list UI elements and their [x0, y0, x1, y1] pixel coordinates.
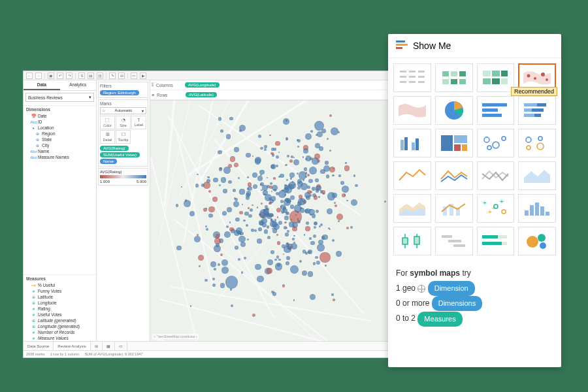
field-measure-values[interactable]: #Measure Values [24, 335, 96, 341]
field-name[interactable]: AbcName [24, 148, 96, 154]
marks-size[interactable]: ◔Size [116, 116, 131, 129]
marks-detail[interactable]: ⊞Detail [100, 130, 115, 144]
marks-type-selector[interactable]: ○Automatic▾ [100, 107, 146, 114]
back-icon[interactable]: ← [26, 73, 33, 79]
chip-measures: Measures [417, 312, 462, 327]
viz-line-continuous[interactable] [393, 161, 431, 190]
viz-highlight-table[interactable] [477, 63, 515, 92]
svg-rect-30 [482, 108, 498, 112]
field-useful[interactable]: #Useful Votes [24, 312, 96, 318]
viz-side-circle[interactable] [518, 129, 556, 157]
forward-icon[interactable]: → [35, 73, 42, 79]
field-measure-names[interactable]: AbcMeasure Names [24, 154, 96, 160]
fit-icon[interactable]: ▭ [131, 73, 137, 79]
viz-heat-map[interactable] [435, 63, 473, 92]
field-region[interactable]: ⊕Region [24, 131, 96, 137]
field-city[interactable]: ⊕City [24, 142, 96, 148]
field-lon-gen[interactable]: ⊕Longitude (generated) [24, 323, 96, 329]
columns-shelf[interactable]: ⦙⦙⦙ Columns AVG(Longitude) [150, 80, 395, 90]
viz-dual-combination[interactable] [435, 194, 473, 223]
field-records[interactable]: #Number of Records [24, 329, 96, 335]
svg-rect-31 [482, 114, 502, 117]
mark-pill[interactable]: AVG(Rating) [100, 146, 129, 151]
undo-icon[interactable]: ↶ [57, 73, 63, 79]
svg-rect-3 [400, 71, 406, 73]
viz-filled-map[interactable] [393, 96, 431, 125]
field-lat-gen[interactable]: ⊕Latitude (generated) [24, 318, 96, 323]
presentation-icon[interactable]: ▶ [140, 73, 146, 79]
main-toolbar: ← → ▣ ↶ ↷ ⇅ ▤ ▥ ✎ ⊞ ▭ ▶ [24, 71, 395, 80]
highlight-icon[interactable]: ✎ [109, 73, 116, 79]
color-icon: ⬚ [101, 118, 114, 123]
viz-box-plot[interactable] [393, 227, 431, 255]
map-view[interactable]: ©OpenStreetMap contributors [150, 101, 395, 341]
viz-dual-line[interactable] [477, 161, 515, 190]
globe-icon: ⊕ [31, 295, 36, 299]
globe-icon: ⊕ [35, 143, 40, 148]
viz-bullet[interactable] [477, 227, 515, 255]
svg-point-52 [538, 137, 542, 140]
swap-icon[interactable]: ⇅ [78, 73, 85, 79]
viz-histogram[interactable] [518, 194, 556, 223]
viz-text-table[interactable] [393, 63, 431, 92]
measures-header: Measures [24, 274, 96, 282]
svg-point-81 [540, 242, 546, 249]
svg-rect-7 [409, 76, 416, 78]
svg-rect-0 [396, 41, 405, 42]
new-sheet-icon[interactable]: ⊞ [91, 342, 103, 350]
svg-rect-4 [409, 71, 416, 73]
viz-stacked-bar[interactable] [518, 96, 556, 125]
viz-side-by-side-bar[interactable] [393, 129, 431, 157]
field-lon[interactable]: ⊕Longitude [24, 300, 96, 306]
rows-pill[interactable]: AVG(Latitude) [186, 92, 217, 97]
svg-rect-32 [524, 103, 537, 106]
viz-treemap[interactable] [435, 129, 473, 157]
number-icon: # [31, 336, 36, 340]
filter-pill[interactable]: Region: Edinburgh [100, 90, 139, 95]
group-icon[interactable]: ⊞ [118, 73, 125, 79]
field-funny[interactable]: #Funny Votes [24, 288, 96, 294]
viz-hbar[interactable] [477, 96, 515, 125]
field-state[interactable]: ⊕State [24, 137, 96, 142]
mark-pill[interactable]: Name [100, 159, 117, 164]
field-lat[interactable]: ⊕Latitude [24, 294, 96, 300]
filters-shelf[interactable]: Filters Region: Edinburgh [98, 82, 148, 98]
save-icon[interactable]: ▣ [48, 73, 54, 79]
tab-data[interactable]: Data [24, 80, 60, 90]
columns-pill[interactable]: AVG(Longitude) [185, 82, 220, 88]
field-location[interactable]: ▸Location [24, 125, 96, 131]
svg-rect-13 [451, 71, 457, 76]
globe-icon: ⊕ [31, 301, 36, 305]
tab-sheet[interactable]: Review Analysis [54, 342, 90, 350]
field-pct-useful[interactable]: =#% Useful [24, 282, 96, 288]
field-date[interactable]: 📅Date [24, 113, 96, 119]
tab-analytics[interactable]: Analytics [60, 80, 97, 90]
field-rating[interactable]: #Rating [24, 306, 96, 312]
globe-icon: ⊕ [35, 137, 40, 142]
new-story-icon[interactable]: ▭ [115, 342, 127, 350]
mark-pill[interactable]: SUM(Useful Votes) [100, 152, 140, 157]
marks-tooltip[interactable]: ☐Tooltip [116, 130, 131, 144]
viz-gantt[interactable] [435, 227, 473, 255]
viz-scatter[interactable]: ++++ [477, 194, 515, 223]
calc-icon: =# [31, 283, 36, 287]
tab-datasource[interactable]: Data Source [24, 342, 54, 350]
cards-pane: Filters Region: Edinburgh Marks ○Automat… [97, 80, 150, 341]
rows-shelf[interactable]: ≡ Rows AVG(Latitude) [150, 90, 395, 100]
sort-desc-icon[interactable]: ▥ [97, 73, 103, 79]
marks-color[interactable]: ⬚Color [100, 116, 115, 129]
viz-symbol-map[interactable]: Recommended [518, 63, 556, 92]
viz-area-continuous[interactable] [518, 161, 556, 190]
viz-area-discrete[interactable] [393, 194, 431, 223]
viz-packed-bubbles[interactable] [518, 227, 556, 255]
viz-circle-views[interactable] [477, 129, 515, 157]
redo-icon[interactable]: ↷ [66, 73, 73, 79]
new-dashboard-icon[interactable]: ▦ [103, 342, 115, 350]
marks-label[interactable]: TLabel [131, 116, 146, 129]
datasource-selector[interactable]: Business Reviews ▾ [25, 93, 94, 102]
svg-rect-36 [524, 114, 534, 117]
viz-line-discrete[interactable] [435, 161, 473, 190]
viz-pie[interactable] [435, 96, 473, 125]
field-id[interactable]: AbcID [24, 119, 96, 125]
sort-asc-icon[interactable]: ▤ [88, 73, 94, 79]
